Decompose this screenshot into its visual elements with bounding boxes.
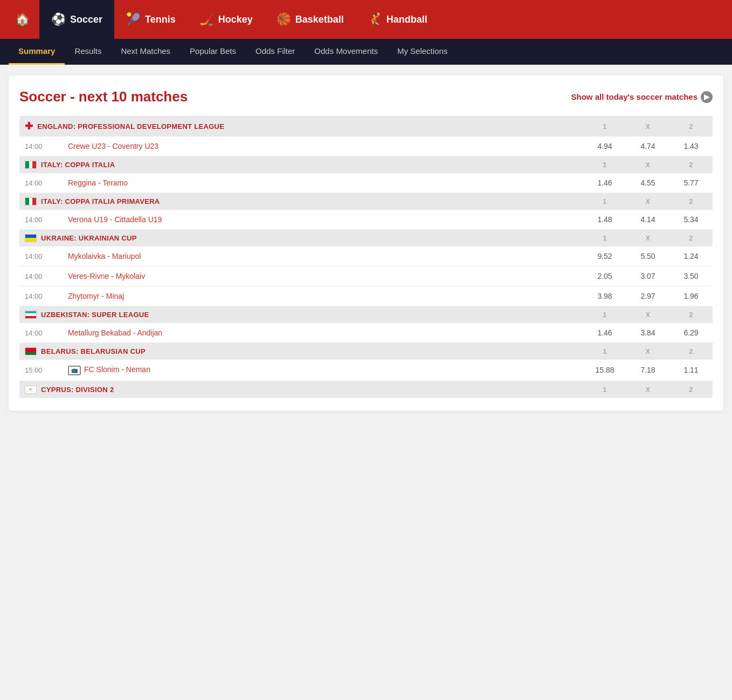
odd-2[interactable]: 3.50	[669, 266, 713, 286]
match-name[interactable]: 📺FC Slonim - Neman	[63, 360, 583, 381]
match-time: 14:00	[19, 286, 63, 306]
table-row[interactable]: 14:00 Metallurg Bekabad - Andijan 1.46 3…	[19, 323, 713, 343]
subnav-summary[interactable]: Summary	[9, 39, 65, 65]
col-header-2: 2	[669, 193, 713, 210]
league-header-row[interactable]: ✚ ENGLAND: PROFESSIONAL DEVELOPMENT LEAG…	[19, 116, 713, 136]
league-name: UZBEKISTAN: SUPER LEAGUE	[41, 311, 149, 319]
italy-flag-icon	[25, 197, 37, 205]
home-button[interactable]: 🏠	[5, 0, 39, 39]
italy-flag-icon	[25, 161, 37, 169]
odd-2[interactable]: 1.11	[669, 360, 713, 381]
col-header-x: X	[626, 343, 669, 360]
match-time: 14:00	[19, 136, 63, 156]
nav-label-hockey: Hockey	[218, 14, 253, 25]
league-header-row[interactable]: UKRAINE: UKRAINIAN CUP 1 X 2	[19, 230, 713, 247]
sub-navigation: Summary Results Next Matches Popular Bet…	[0, 39, 732, 65]
table-row[interactable]: 14:00 Veres-Rivne - Mykolaiv 2.05 3.07 3…	[19, 266, 713, 286]
league-name: ENGLAND: PROFESSIONAL DEVELOPMENT LEAGUE	[37, 122, 224, 131]
nav-label-basketball: Basketball	[295, 14, 344, 25]
league-name: UKRAINE: UKRAINIAN CUP	[41, 234, 137, 242]
odd-2[interactable]: 1.43	[669, 136, 713, 156]
show-all-label: Show all today's soccer matches	[571, 92, 698, 101]
match-time: 14:00	[19, 266, 63, 286]
show-all-button[interactable]: Show all today's soccer matches ▶	[571, 91, 713, 103]
odd-2[interactable]: 1.24	[669, 246, 713, 266]
league-cell: BELARUS: BELARUSIAN CUP	[25, 347, 578, 355]
odd-1[interactable]: 4.94	[583, 136, 626, 156]
league-header-row[interactable]: ITALY: COPPA ITALIA PRIMAVERA 1 X 2	[19, 193, 713, 210]
odd-1[interactable]: 1.46	[583, 323, 626, 343]
subnav-next-matches[interactable]: Next Matches	[111, 39, 180, 65]
league-header-row[interactable]: ITALY: COPPA ITALIA 1 X 2	[19, 156, 713, 174]
handball-icon: 🤾	[368, 12, 382, 26]
odd-x[interactable]: 4.55	[626, 173, 669, 193]
odd-1[interactable]: 9.52	[583, 246, 626, 266]
table-row[interactable]: 14:00 Zhytomyr - Minaj 3.98 2.97 1.96	[19, 286, 713, 306]
england-flag-icon: ✚	[25, 120, 33, 132]
table-row[interactable]: 14:00 Verona U19 - Cittadella U19 1.48 4…	[19, 210, 713, 230]
subnav-odds-movements[interactable]: Odds Movements	[305, 39, 388, 65]
col-header-x: X	[626, 230, 669, 247]
league-header-row[interactable]: UZBEKISTAN: SUPER LEAGUE 1 X 2	[19, 306, 713, 324]
match-name[interactable]: Mykolaivka - Mariupol	[63, 246, 583, 266]
odd-2[interactable]: 6.29	[669, 323, 713, 343]
odd-2[interactable]: 1.96	[669, 286, 713, 306]
match-time: 14:00	[19, 210, 63, 230]
odd-1[interactable]: 2.05	[583, 266, 626, 286]
hockey-icon: 🏒	[199, 12, 214, 26]
table-row[interactable]: 14:00 Crewe U23 - Coventry U23 4.94 4.74…	[19, 136, 713, 156]
table-row[interactable]: 15:00 📺FC Slonim - Neman 15.88 7.18 1.11	[19, 360, 713, 381]
subnav-odds-filter[interactable]: Odds Filter	[246, 39, 305, 65]
match-name[interactable]: Crewe U23 - Coventry U23	[63, 136, 583, 156]
nav-item-basketball[interactable]: 🏀 Basketball	[265, 0, 356, 39]
odd-1[interactable]: 15.88	[583, 360, 626, 381]
match-name[interactable]: Zhytomyr - Minaj	[63, 286, 583, 306]
col-header-x: X	[626, 116, 669, 136]
odd-x[interactable]: 7.18	[626, 360, 669, 381]
league-cell: ITALY: COPPA ITALIA	[25, 161, 578, 169]
match-name[interactable]: Metallurg Bekabad - Andijan	[63, 323, 583, 343]
nav-item-tennis[interactable]: 🎾 Tennis	[114, 0, 188, 39]
league-header-row[interactable]: 🇨🇾 CYPRUS: DIVISION 2 1 X 2	[19, 381, 713, 398]
subnav-popular-bets[interactable]: Popular Bets	[180, 39, 246, 65]
match-name[interactable]: Verona U19 - Cittadella U19	[63, 210, 583, 230]
nav-label-handball: Handball	[386, 14, 427, 25]
nav-item-handball[interactable]: 🤾 Handball	[356, 0, 439, 39]
odd-2[interactable]: 5.34	[669, 210, 713, 230]
league-cell: UKRAINE: UKRAINIAN CUP	[25, 234, 578, 242]
subnav-my-selections[interactable]: My Selections	[388, 39, 457, 65]
nav-item-soccer[interactable]: ⚽ Soccer	[39, 0, 114, 39]
soccer-icon: ⚽	[51, 12, 66, 26]
league-name: CYPRUS: DIVISION 2	[41, 386, 114, 394]
table-row[interactable]: 14:00 Reggina - Teramo 1.46 4.55 5.77	[19, 173, 713, 193]
ukraine-flag-icon	[25, 234, 37, 242]
col-header-2: 2	[669, 306, 713, 324]
table-row[interactable]: 14:00 Mykolaivka - Mariupol 9.52 5.50 1.…	[19, 246, 713, 266]
match-name[interactable]: Reggina - Teramo	[63, 173, 583, 193]
col-header-x: X	[626, 381, 669, 398]
odd-x[interactable]: 3.07	[626, 266, 669, 286]
league-name: ITALY: COPPA ITALIA	[41, 161, 115, 169]
match-name[interactable]: Veres-Rivne - Mykolaiv	[63, 266, 583, 286]
league-header-row[interactable]: BELARUS: BELARUSIAN CUP 1 X 2	[19, 343, 713, 360]
nav-item-hockey[interactable]: 🏒 Hockey	[188, 0, 265, 39]
odd-1[interactable]: 1.46	[583, 173, 626, 193]
league-name: ITALY: COPPA ITALIA PRIMAVERA	[41, 197, 160, 205]
col-header-2: 2	[669, 230, 713, 247]
odd-1[interactable]: 3.98	[583, 286, 626, 306]
odd-x[interactable]: 5.50	[626, 246, 669, 266]
col-header-2: 2	[669, 116, 713, 136]
league-cell: ITALY: COPPA ITALIA PRIMAVERA	[25, 197, 578, 205]
arrow-right-icon: ▶	[701, 91, 713, 103]
odd-x[interactable]: 2.97	[626, 286, 669, 306]
odd-x[interactable]: 4.74	[626, 136, 669, 156]
subnav-results[interactable]: Results	[65, 39, 111, 65]
odd-1[interactable]: 1.48	[583, 210, 626, 230]
match-time: 15:00	[19, 360, 63, 381]
match-time: 14:00	[19, 246, 63, 266]
col-header-1: 1	[583, 343, 626, 360]
odd-2[interactable]: 5.77	[669, 173, 713, 193]
odd-x[interactable]: 3.84	[626, 323, 669, 343]
odd-x[interactable]: 4.14	[626, 210, 669, 230]
col-header-1: 1	[583, 193, 626, 210]
